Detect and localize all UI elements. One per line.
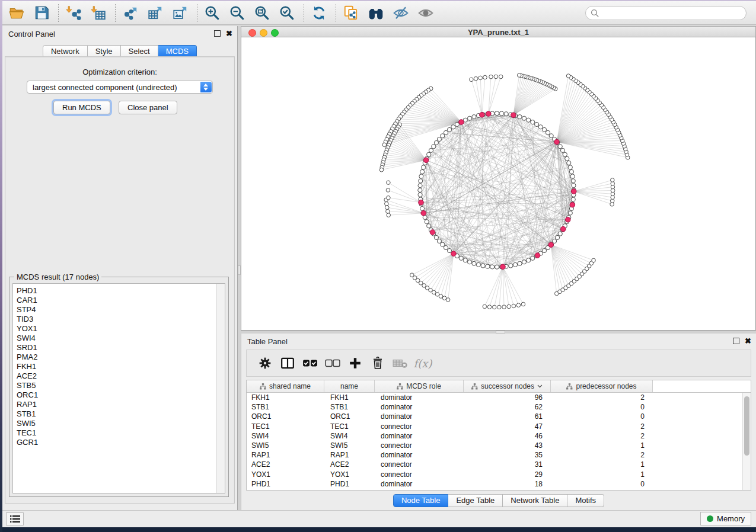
table-cell: dominator: [375, 480, 464, 488]
table-row[interactable]: ORC1ORC1dominator610: [247, 412, 751, 421]
mcds-result-item[interactable]: GCR1: [17, 438, 225, 447]
close-panel-icon[interactable]: ✖: [226, 30, 232, 37]
table-cell: FKH1: [247, 393, 324, 402]
deselect-all-rows-button[interactable]: [323, 353, 343, 373]
mcds-result-item[interactable]: SRD1: [17, 343, 225, 352]
network-graph[interactable]: [241, 37, 755, 330]
zoom-in-button[interactable]: [203, 4, 222, 23]
binoculars-icon: [368, 5, 384, 21]
table-cell: 61: [464, 412, 551, 421]
table-cell: 1: [551, 460, 653, 469]
mcds-result-item[interactable]: SWI5: [17, 419, 225, 428]
task-history-button[interactable]: [6, 512, 24, 525]
function-builder-button: f(x): [413, 353, 433, 373]
toggle-column-panel-button[interactable]: [277, 353, 298, 373]
mcds-result-item[interactable]: CAR1: [17, 296, 225, 305]
memory-button[interactable]: Memory: [700, 512, 751, 525]
show-all-button[interactable]: [416, 4, 435, 23]
table-row[interactable]: SWI4SWI4dominator462: [247, 431, 751, 441]
table-tab-node-table[interactable]: Node Table: [393, 494, 449, 507]
table-row[interactable]: RAP1RAP1dominator352: [247, 450, 751, 460]
table-row[interactable]: STB1STB1dominator620: [247, 402, 751, 412]
table-scrollbar-thumb[interactable]: [744, 396, 749, 456]
mcds-result-item[interactable]: TEC1: [17, 428, 225, 438]
mcds-result-item[interactable]: STB1: [17, 409, 225, 419]
column-header-MCDS-role[interactable]: MCDS role: [375, 380, 464, 392]
table-cell: 2: [551, 393, 653, 402]
open-file-button[interactable]: [7, 4, 26, 23]
first-neighbors-button[interactable]: [366, 4, 385, 23]
export-table-button[interactable]: [146, 4, 165, 23]
import-table-button[interactable]: [89, 4, 108, 23]
mcds-result-item[interactable]: FKH1: [17, 362, 225, 371]
add-column-button[interactable]: [345, 353, 365, 373]
new-network-from-selection-button[interactable]: [342, 4, 361, 23]
zoom-selected-button[interactable]: [277, 4, 296, 23]
mcds-result-item[interactable]: YOX1: [17, 324, 225, 334]
table-row[interactable]: FKH1FKH1dominator962: [247, 393, 751, 402]
table-cell: 0: [551, 403, 653, 411]
hide-selected-button[interactable]: [391, 4, 410, 23]
mcds-result-item[interactable]: STP4: [17, 305, 225, 315]
mcds-result-scrollbar[interactable]: [216, 284, 225, 493]
mcds-result-item[interactable]: PHD1: [17, 286, 225, 296]
save-session-button[interactable]: [32, 4, 51, 23]
float-panel-icon[interactable]: [214, 30, 221, 37]
close-table-panel-icon[interactable]: ✖: [745, 338, 751, 344]
table-row[interactable]: ACE2ACE2connector311: [247, 460, 751, 469]
select-all-rows-button[interactable]: [300, 353, 320, 373]
export-image-button[interactable]: [171, 4, 190, 23]
table-cell: SWI4: [247, 432, 324, 440]
network-window-titlebar[interactable]: YPA_prune.txt_1: [241, 26, 756, 37]
main-toolbar: [2, 1, 756, 25]
mcds-result-item[interactable]: ACE2: [17, 371, 225, 381]
refresh-view-button[interactable]: [310, 4, 328, 23]
table-cell: connector: [375, 460, 464, 469]
column-header-name[interactable]: name: [324, 380, 375, 392]
table-cell: 1: [551, 470, 653, 479]
mcds-result-item[interactable]: PMA2: [17, 352, 225, 362]
column-header-shared-name[interactable]: shared name: [247, 380, 324, 392]
node-table[interactable]: shared namenameMCDS rolesuccessor nodesp…: [246, 380, 751, 491]
search-field[interactable]: [585, 6, 747, 20]
delete-columns-button[interactable]: [368, 353, 388, 373]
refresh-icon: [311, 5, 327, 21]
open-folder-icon: [8, 5, 25, 21]
run-mcds-button[interactable]: Run MCDS: [53, 101, 110, 114]
mcds-result-item[interactable]: SWI4: [17, 334, 225, 343]
mcds-result-item[interactable]: TID3: [17, 315, 225, 324]
export-table-icon: [147, 5, 164, 21]
mcds-result-item[interactable]: ORC1: [17, 390, 225, 400]
mcds-result-item[interactable]: RAP1: [17, 400, 225, 409]
table-settings-button[interactable]: [255, 353, 275, 373]
table-row[interactable]: YOX1YOX1connector291: [247, 470, 751, 479]
control-panel-title: Control Panel: [8, 30, 55, 39]
column-header-predecessor-nodes[interactable]: predecessor nodes: [551, 380, 653, 392]
zoom-out-button[interactable]: [228, 4, 247, 23]
table-tab-network-table[interactable]: Network Table: [503, 494, 567, 507]
column-header-successor-nodes[interactable]: successor nodes: [464, 380, 551, 392]
table-scrollbar[interactable]: [742, 393, 751, 490]
zoom-selected-icon: [279, 5, 295, 21]
table-tab-motifs[interactable]: Motifs: [567, 494, 604, 507]
search-input[interactable]: [599, 8, 746, 18]
table-tab-edge-table[interactable]: Edge Table: [448, 494, 503, 507]
import-network-button[interactable]: [64, 4, 83, 23]
table-row[interactable]: TEC1TEC1connector472: [247, 422, 751, 431]
zoom-fit-button[interactable]: [253, 4, 272, 23]
mcds-result-list[interactable]: PHD1CAR1STP4TID3YOX1SWI4SRD1PMA2FKH1ACE2…: [12, 283, 225, 493]
save-floppy-icon: [34, 5, 50, 21]
table-row[interactable]: PHD1PHD1dominator180: [247, 479, 751, 489]
mcds-result-item[interactable]: STB5: [17, 381, 225, 390]
export-network-button[interactable]: [121, 4, 140, 23]
table-cell: ACE2: [324, 460, 375, 469]
float-table-panel-icon[interactable]: [733, 338, 739, 344]
network-canvas[interactable]: [241, 37, 756, 331]
trash-icon: [371, 357, 384, 370]
table-row[interactable]: SWI5SWI5connector431: [247, 441, 751, 450]
criterion-dropdown[interactable]: largest connected component (undirected): [27, 81, 213, 94]
table-cell: 62: [464, 403, 551, 411]
close-panel-button[interactable]: Close panel: [119, 101, 177, 114]
mcds-tab-content: Optimization criterion: largest connecte…: [5, 56, 235, 504]
table-cell: 2: [551, 451, 653, 459]
